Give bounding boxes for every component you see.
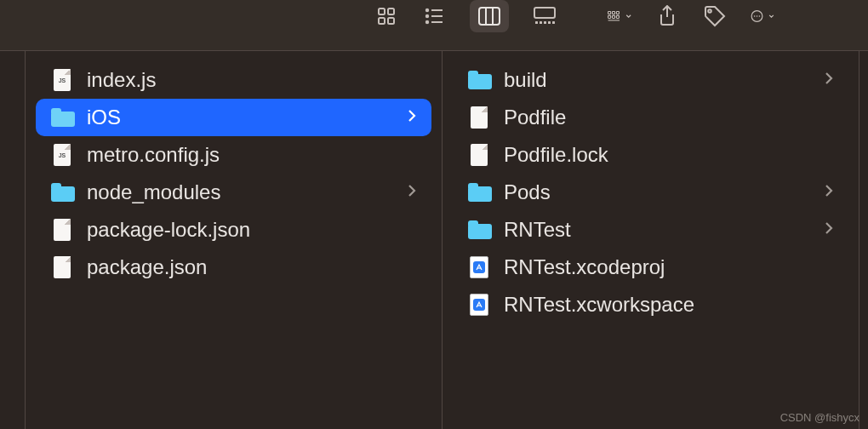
- left-gutter: [0, 51, 26, 429]
- svg-rect-0: [379, 9, 385, 14]
- file-item[interactable]: JS metro.config.js: [36, 136, 431, 174]
- column-1[interactable]: build Podfile Podfile.lock Pods RNTest: [443, 51, 859, 429]
- folder-item[interactable]: Pods: [453, 174, 848, 211]
- file-item[interactable]: package.json: [36, 249, 431, 286]
- svg-rect-24: [616, 15, 619, 18]
- svg-rect-20: [613, 11, 615, 14]
- file-icon: [51, 256, 73, 278]
- xcode-project-icon: [468, 256, 490, 278]
- svg-point-6: [426, 15, 428, 17]
- chevron-right-icon: [825, 184, 833, 201]
- chevron-right-icon: [408, 184, 416, 201]
- chevron-down-icon: [768, 11, 774, 21]
- tag-button[interactable]: [703, 4, 727, 28]
- file-name: Podfile.lock: [504, 143, 833, 167]
- file-item[interactable]: Podfile.lock: [453, 136, 848, 174]
- svg-rect-3: [388, 18, 394, 24]
- folder-icon: [51, 106, 73, 129]
- xcode-workspace-icon: [468, 294, 490, 316]
- svg-rect-2: [379, 18, 385, 24]
- svg-rect-16: [544, 21, 546, 24]
- svg-rect-18: [552, 21, 555, 24]
- more-actions-button[interactable]: [751, 4, 774, 28]
- file-name: package.json: [87, 255, 416, 279]
- file-item[interactable]: JS index.js: [36, 61, 431, 99]
- file-name: package-lock.json: [87, 218, 416, 242]
- gallery-view-button[interactable]: [533, 4, 557, 28]
- folder-item[interactable]: node_modules: [36, 174, 431, 211]
- column-view-button[interactable]: [470, 0, 509, 32]
- file-name: Pods: [504, 180, 825, 204]
- chevron-right-icon: [825, 221, 833, 238]
- svg-rect-23: [613, 15, 615, 18]
- svg-point-29: [754, 15, 756, 17]
- folder-icon: [468, 219, 490, 241]
- right-gutter: [859, 51, 868, 429]
- file-item[interactable]: package-lock.json: [36, 211, 431, 249]
- svg-point-30: [757, 15, 758, 17]
- svg-rect-19: [608, 11, 611, 14]
- svg-point-27: [708, 9, 711, 13]
- file-item[interactable]: RNTest.xcworkspace: [453, 286, 848, 323]
- chevron-right-icon: [408, 109, 416, 126]
- svg-rect-21: [616, 11, 619, 14]
- file-name: node_modules: [87, 180, 408, 204]
- svg-point-8: [426, 21, 428, 23]
- folder-icon: [468, 181, 490, 203]
- svg-rect-1: [388, 9, 394, 14]
- file-name: metro.config.js: [87, 143, 416, 167]
- column-0[interactable]: JS index.js iOS JS metro.config.js node_…: [26, 51, 443, 429]
- toolbar: [0, 0, 868, 51]
- js-file-icon: JS: [51, 69, 73, 91]
- chevron-down-icon: [625, 11, 631, 21]
- folder-icon: [468, 69, 490, 91]
- file-icon: [468, 144, 490, 166]
- folder-item-selected[interactable]: iOS: [36, 99, 431, 136]
- file-name: iOS: [87, 106, 408, 129]
- folder-item[interactable]: build: [453, 61, 848, 99]
- chevron-right-icon: [825, 72, 833, 89]
- icon-view-button[interactable]: [374, 4, 398, 28]
- watermark: CSDN @fishycx: [780, 411, 859, 424]
- folder-icon: [51, 181, 73, 203]
- group-by-button[interactable]: [608, 4, 631, 28]
- file-item[interactable]: Podfile: [453, 99, 848, 136]
- svg-rect-22: [608, 15, 611, 18]
- file-name: RNTest.xcodeproj: [504, 255, 833, 279]
- svg-rect-15: [540, 21, 542, 24]
- action-group: [608, 0, 774, 32]
- file-icon: [468, 106, 490, 129]
- file-icon: [51, 219, 73, 241]
- file-item[interactable]: RNTest.xcodeproj: [453, 249, 848, 286]
- file-name: Podfile: [504, 106, 833, 129]
- svg-rect-14: [535, 21, 538, 24]
- file-name: index.js: [87, 68, 416, 92]
- view-mode-group: [374, 0, 557, 32]
- svg-rect-10: [479, 8, 500, 25]
- file-name: build: [504, 68, 825, 92]
- js-file-icon: JS: [51, 144, 73, 166]
- svg-rect-13: [534, 8, 555, 18]
- svg-rect-17: [548, 21, 551, 24]
- svg-point-4: [426, 9, 428, 11]
- svg-point-31: [759, 15, 761, 17]
- folder-item[interactable]: RNTest: [453, 211, 848, 249]
- file-name: RNTest.xcworkspace: [504, 293, 833, 317]
- file-name: RNTest: [504, 218, 825, 242]
- column-browser: JS index.js iOS JS metro.config.js node_…: [0, 51, 868, 429]
- list-view-button[interactable]: [422, 4, 446, 28]
- share-button[interactable]: [655, 4, 679, 28]
